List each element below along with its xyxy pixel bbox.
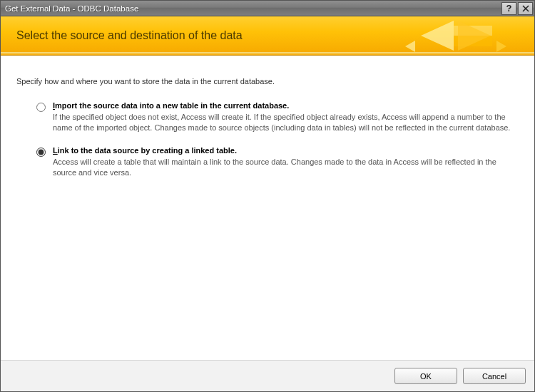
option-import[interactable]: Import the source data into a new table … bbox=[14, 101, 521, 133]
header-banner: Select the source and destination of the… bbox=[1, 16, 534, 56]
option-link[interactable]: Link to the data source by creating a li… bbox=[14, 146, 521, 178]
dialog-body: Specify how and where you want to store … bbox=[1, 56, 534, 360]
dialog-footer: OK Cancel bbox=[1, 360, 534, 391]
ok-button[interactable]: OK bbox=[394, 368, 457, 384]
radio-import[interactable] bbox=[36, 103, 46, 112]
window-title: Get External Data - ODBC Database bbox=[5, 4, 501, 13]
option-import-text: Import the source data into a new table … bbox=[53, 101, 521, 133]
close-button[interactable] bbox=[518, 2, 533, 15]
option-link-text: Link to the data source by creating a li… bbox=[53, 146, 521, 178]
titlebar-button-group: ? bbox=[501, 2, 533, 15]
intro-text: Specify how and where you want to store … bbox=[14, 77, 521, 86]
title-bar[interactable]: Get External Data - ODBC Database ? bbox=[1, 1, 534, 16]
close-icon bbox=[522, 5, 529, 12]
dialog-window: Get External Data - ODBC Database ? Sele… bbox=[0, 0, 535, 392]
help-button[interactable]: ? bbox=[501, 2, 516, 15]
option-import-label: Import the source data into a new table … bbox=[53, 101, 517, 110]
option-import-desc: If the specified object does not exist, … bbox=[53, 112, 517, 133]
banner-arrow-graphic bbox=[380, 16, 530, 55]
option-link-desc: Access will create a table that will mai… bbox=[53, 157, 517, 178]
radio-link[interactable] bbox=[36, 148, 46, 157]
help-icon: ? bbox=[506, 3, 512, 14]
cancel-button[interactable]: Cancel bbox=[463, 368, 526, 384]
option-link-label: Link to the data source by creating a li… bbox=[53, 146, 517, 155]
banner-title: Select the source and destination of the… bbox=[16, 29, 243, 42]
